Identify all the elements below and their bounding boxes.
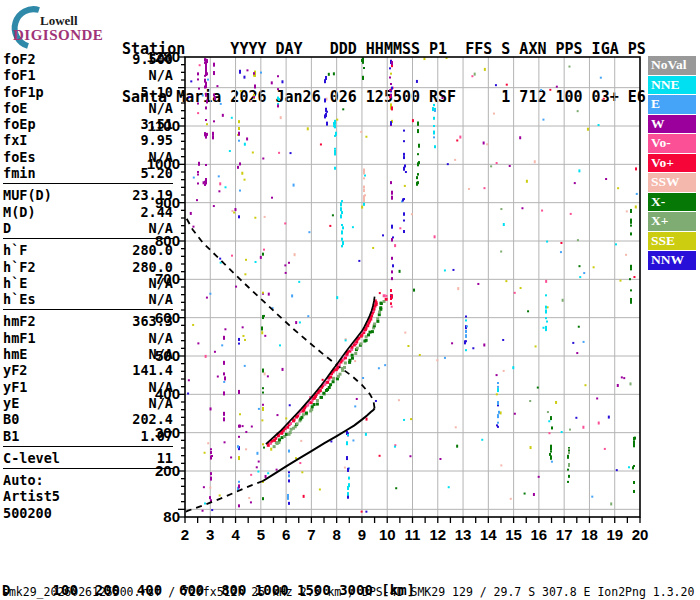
- y-tick-label: 80: [163, 508, 180, 525]
- x-tick-label: 17: [556, 526, 573, 543]
- x-tick-label: 15: [505, 526, 522, 543]
- x-tick-label: 3: [206, 526, 214, 543]
- x-tick-label: 10: [379, 526, 396, 543]
- profile-sublayer-dashed: [186, 481, 263, 512]
- y-tick-label: 800: [155, 232, 180, 249]
- y-tick-label: 600: [155, 309, 180, 326]
- y-tick-label: 200: [155, 462, 180, 479]
- profile-topside-dashed: [186, 218, 374, 408]
- profile-bottomside: [263, 408, 375, 481]
- plot-data-layer: [186, 57, 638, 513]
- y-tick-label: 1100: [147, 117, 180, 134]
- legend-item-w: W: [648, 115, 696, 134]
- legend: NoValNNEEWVo-Vo+SSWX-X+SSENNW: [648, 56, 696, 270]
- y-tick-label: 1280: [147, 48, 180, 65]
- x-tick-label: 18: [581, 526, 598, 543]
- x-tick-label: 6: [282, 526, 290, 543]
- x-tick-label: 16: [531, 526, 548, 543]
- legend-item-vo: Vo-: [648, 134, 696, 153]
- y-tick-label: 700: [155, 270, 180, 287]
- legend-item-nne: NNE: [648, 76, 696, 95]
- legend-item-sse: SSE: [648, 232, 696, 251]
- x-tick-label: 14: [480, 526, 497, 543]
- x-tick-label: 13: [455, 526, 472, 543]
- y-tick-label: 300: [155, 424, 180, 441]
- legend-item-e: E: [648, 95, 696, 114]
- x-tick-label: 12: [429, 526, 446, 543]
- x-tick-label: 8: [332, 526, 340, 543]
- x-tick-label: 19: [606, 526, 623, 543]
- legend-item-x: X+: [648, 212, 696, 231]
- ionogram-screen: Lowell DIGISONDE Station YYYY DAY DDD HH…: [0, 0, 700, 600]
- footer-caption: smk29_2026026125500.rsf / 720fx512h 25 k…: [2, 585, 694, 599]
- y-tick-label: 1000: [147, 155, 180, 172]
- x-tick-label: 7: [307, 526, 315, 543]
- legend-item-vo: Vo+: [648, 154, 696, 173]
- ionogram-plot: 2345678910111213141516171819201280110010…: [0, 0, 700, 600]
- legend-item-noval: NoVal: [648, 56, 696, 75]
- x-tick-label: 20: [632, 526, 649, 543]
- x-tick-label: 4: [231, 526, 240, 543]
- legend-item-x: X-: [648, 193, 696, 212]
- legend-item-nnw: NNW: [648, 251, 696, 270]
- y-tick-label: 400: [155, 385, 180, 402]
- x-tick-label: 9: [358, 526, 366, 543]
- y-tick-label: 900: [155, 194, 180, 211]
- legend-item-ssw: SSW: [648, 173, 696, 192]
- x-tick-label: 11: [405, 526, 421, 543]
- y-tick-label: 500: [155, 347, 180, 364]
- x-tick-label: 5: [257, 526, 265, 543]
- x-tick-label: 2: [181, 526, 189, 543]
